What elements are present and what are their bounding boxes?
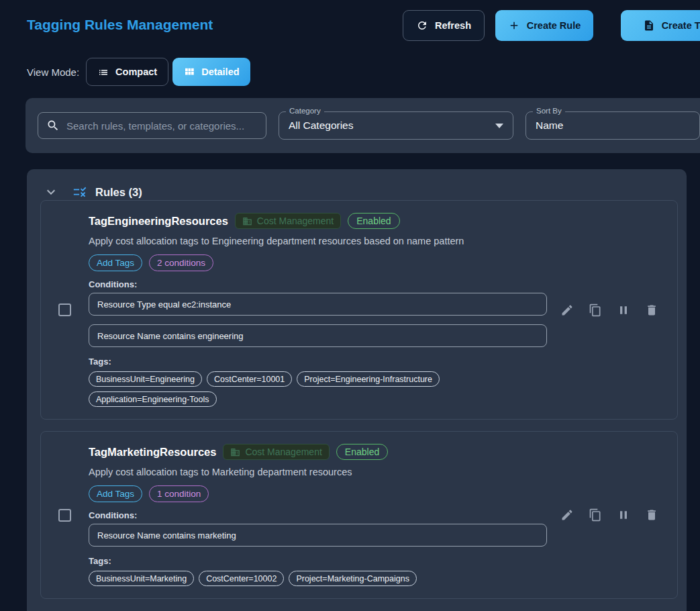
tag-chip: Project=Marketing-Campaigns (289, 571, 416, 586)
document-icon (643, 19, 655, 32)
conditions-label: Conditions: (89, 279, 552, 289)
copy-icon (589, 508, 602, 522)
sort-select-value: Name (536, 120, 563, 132)
filter-panel: Category All Categories Sort By Name (26, 98, 700, 153)
edit-rule-button[interactable] (560, 303, 574, 317)
delete-icon (645, 508, 658, 522)
create-rule-button[interactable]: Create Rule (495, 10, 593, 41)
search-box (38, 112, 266, 139)
plus-icon (508, 19, 520, 32)
create-template-button[interactable]: Create Template (621, 10, 700, 41)
rule-chip-row: Add Tags 1 condition (89, 485, 552, 502)
rule-description: Apply cost allocation tags to Marketing … (89, 467, 552, 477)
duplicate-rule-button[interactable] (589, 303, 602, 317)
condition-item: Resource Name contains engineering (89, 324, 547, 347)
status-badge: Enabled (336, 444, 388, 460)
view-mode-compact-button[interactable]: Compact (86, 58, 168, 86)
duplicate-rule-button[interactable] (589, 508, 602, 522)
header-buttons: Refresh Create Rule Create Template (403, 10, 700, 41)
rules-section-header: Rules (3) (27, 184, 687, 200)
chevron-down-icon (495, 124, 503, 128)
rule-select-checkbox[interactable] (58, 303, 71, 316)
edit-icon (560, 303, 574, 317)
category-select-label: Category (286, 107, 324, 115)
edit-rule-button[interactable] (560, 508, 574, 522)
action-type-chip: Add Tags (89, 485, 142, 502)
rule-actions (552, 508, 677, 522)
view-mode-label: View Mode: (27, 66, 79, 78)
rule-card-content: TagMarketingResources Cost Management En… (89, 432, 552, 598)
building-icon (242, 216, 252, 226)
conditions-count-chip: 2 conditions (149, 254, 213, 271)
create-template-button-label: Create Template (662, 20, 700, 31)
rule-title-row: TagMarketingResources Cost Management En… (89, 444, 552, 460)
pause-icon (617, 303, 630, 317)
pause-rule-button[interactable] (617, 508, 630, 522)
search-icon (46, 119, 60, 132)
rules-section: Rules (3) TagEngineeringResources Cost M… (27, 169, 687, 611)
delete-icon (645, 303, 658, 317)
view-mode-detailed-label: Detailed (201, 66, 239, 77)
conditions-count-chip: 1 condition (149, 485, 209, 502)
page-header: Tagging Rules Management Refresh Create … (0, 0, 700, 43)
rule-chip-row: Add Tags 2 conditions (89, 254, 552, 271)
status-badge: Enabled (348, 213, 399, 229)
view-mode-detailed-button[interactable]: Detailed (172, 58, 250, 86)
sort-select-label: Sort By (533, 107, 565, 115)
tags-label: Tags: (89, 556, 552, 566)
rule-card: TagMarketingResources Cost Management En… (40, 431, 678, 599)
category-badge-label: Cost Management (245, 446, 321, 457)
view-mode-compact-label: Compact (115, 66, 157, 77)
category-badge-label: Cost Management (257, 216, 334, 226)
tag-chip: CostCenter=10001 (207, 371, 292, 387)
edit-icon (560, 508, 574, 522)
create-rule-button-label: Create Rule (527, 20, 581, 31)
view-mode-row: View Mode: Compact Detailed (27, 58, 700, 86)
refresh-icon (416, 19, 428, 32)
pause-rule-button[interactable] (617, 303, 630, 317)
search-input[interactable] (66, 120, 258, 132)
rules-section-title: Rules (3) (95, 186, 142, 199)
delete-rule-button[interactable] (645, 508, 658, 522)
tag-chip: Project=Engineering-Infrastructure (297, 371, 440, 387)
refresh-button-label: Refresh (435, 20, 471, 31)
tag-chip: BusinessUnit=Marketing (89, 571, 194, 586)
action-type-chip: Add Tags (89, 254, 142, 271)
rule-title-row: TagEngineeringResources Cost Management … (89, 213, 552, 229)
sort-select[interactable]: Sort By Name (526, 111, 700, 140)
copy-icon (589, 303, 602, 317)
rule-card: TagEngineeringResources Cost Management … (40, 200, 678, 420)
rule-name: TagEngineeringResources (89, 215, 228, 228)
condition-item: Resource Type equal ec2:instance (89, 293, 547, 316)
tags-row: BusinessUnit=Marketing CostCenter=10002 … (89, 571, 552, 586)
rule-checkbox-column (41, 509, 89, 522)
rule-name: TagMarketingResources (89, 446, 216, 459)
category-select[interactable]: Category All Categories (279, 111, 513, 140)
tag-chip: BusinessUnit=Engineering (89, 371, 202, 387)
rule-select-checkbox[interactable] (58, 509, 71, 522)
condition-item: Resource Name contains marketing (89, 524, 547, 547)
tag-chip: CostCenter=10002 (199, 571, 284, 586)
refresh-button[interactable]: Refresh (403, 10, 485, 41)
rule-description: Apply cost allocation tags to Engineerin… (89, 236, 552, 246)
delete-rule-button[interactable] (645, 303, 658, 317)
category-badge: Cost Management (223, 444, 329, 460)
rule-checklist-icon (72, 185, 87, 199)
rule-checkbox-column (41, 303, 89, 316)
view-list-icon (97, 66, 109, 78)
tags-label: Tags: (89, 357, 552, 367)
tags-row: BusinessUnit=Engineering CostCenter=1000… (89, 371, 552, 407)
pause-icon (617, 508, 630, 522)
category-select-value: All Categories (289, 120, 354, 132)
rule-card-content: TagEngineeringResources Cost Management … (89, 201, 552, 419)
collapse-section-button[interactable] (43, 184, 59, 200)
building-icon (230, 447, 240, 457)
view-module-icon (183, 66, 195, 78)
rule-actions (552, 303, 677, 317)
conditions-label: Conditions: (89, 510, 552, 520)
tag-chip: Application=Engineering-Tools (89, 391, 217, 407)
chevron-down-icon (43, 184, 59, 200)
category-badge: Cost Management (235, 213, 341, 229)
